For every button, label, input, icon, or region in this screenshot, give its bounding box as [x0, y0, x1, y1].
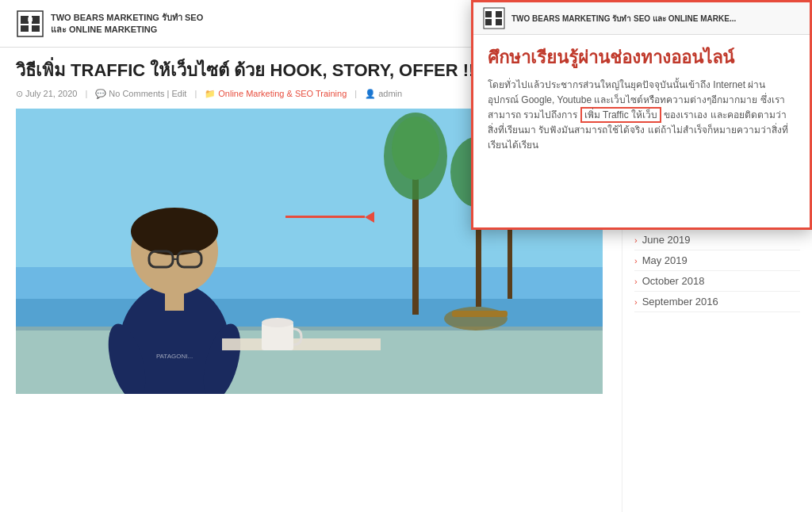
archive-item-june2019[interactable]: › June 2019 — [634, 230, 800, 250]
svg-point-21 — [131, 208, 218, 255]
popup-site-name: TWO BEARS MARKETING รับทำ SEO และ ONLINE… — [511, 13, 736, 25]
popup-header: TWO BEARS MARKETING รับทำ SEO และ ONLINE… — [473, 2, 810, 35]
svg-point-31 — [262, 318, 293, 327]
archive-link[interactable]: June 2019 — [642, 234, 691, 246]
highlight-text: เพิ่ม Traffic ให้เว็บ — [580, 107, 661, 123]
chevron-icon: › — [634, 297, 638, 307]
comment-icon: 💬 — [95, 89, 106, 99]
popup-overlay: TWO BEARS MARKETING รับทำ SEO และ ONLINE… — [471, 0, 812, 230]
post-date: ⊙ July 21, 2020 — [16, 89, 77, 99]
svg-rect-35 — [485, 19, 492, 25]
popup-main-title: ศึกษาเรียนรู้ผ่านช่องทางออนไลน์ — [488, 47, 795, 70]
chevron-icon: › — [634, 256, 638, 266]
post-comments[interactable]: 💬 No Comments | Edit — [95, 89, 186, 99]
archive-item-sep2016[interactable]: › September 2016 — [634, 292, 800, 312]
popup-description: โดยทั่วไปแล้วประชากรส่วนใหญ่ในยุคปัจจุบั… — [488, 78, 795, 154]
arrow-annotation — [285, 212, 374, 223]
svg-rect-2 — [32, 16, 40, 24]
popup-content: ศึกษาเรียนรู้ผ่านช่องทางออนไลน์ โดยทั่วไ… — [473, 35, 810, 166]
svg-rect-3 — [21, 25, 29, 32]
user-icon: 👤 — [365, 89, 376, 99]
svg-rect-34 — [496, 11, 502, 17]
svg-rect-4 — [32, 25, 40, 32]
archive-link[interactable]: September 2016 — [642, 296, 718, 308]
arrow-line — [285, 216, 365, 218]
svg-rect-33 — [485, 11, 492, 17]
svg-rect-36 — [496, 19, 502, 25]
site-title-text: TWO BEARS MARKETING รับทำ SEO และ ONLINE… — [51, 12, 209, 35]
archive-item-may2019[interactable]: › May 2019 — [634, 250, 800, 271]
archive-link[interactable]: May 2019 — [642, 254, 688, 266]
arrow-head — [365, 212, 374, 223]
svg-rect-8 — [16, 299, 603, 331]
chevron-icon: › — [634, 235, 638, 245]
calendar-icon: ⊙ — [16, 89, 23, 99]
svg-rect-9 — [16, 327, 603, 394]
popup-logo-icon — [483, 7, 505, 29]
svg-point-17 — [444, 307, 508, 331]
site-logo[interactable]: M TWO BEARS MARKETING รับทำ SEO และ ONLI… — [16, 10, 209, 38]
folder-icon: 📁 — [205, 89, 216, 99]
svg-rect-18 — [452, 311, 508, 317]
svg-rect-28 — [165, 287, 184, 311]
logo-icon: M — [16, 10, 44, 38]
archive-item-oct2018[interactable]: › October 2018 — [634, 271, 800, 292]
svg-text:PATAGONI...: PATAGONI... — [156, 353, 193, 360]
post-author: 👤 admin — [365, 89, 402, 99]
chevron-icon: › — [634, 277, 638, 286]
svg-point-12 — [392, 117, 439, 180]
svg-text:M: M — [28, 16, 33, 23]
archive-link[interactable]: October 2018 — [642, 275, 705, 287]
post-category[interactable]: 📁 Online Marketing & SEO Training — [205, 89, 347, 99]
svg-rect-32 — [484, 8, 504, 29]
